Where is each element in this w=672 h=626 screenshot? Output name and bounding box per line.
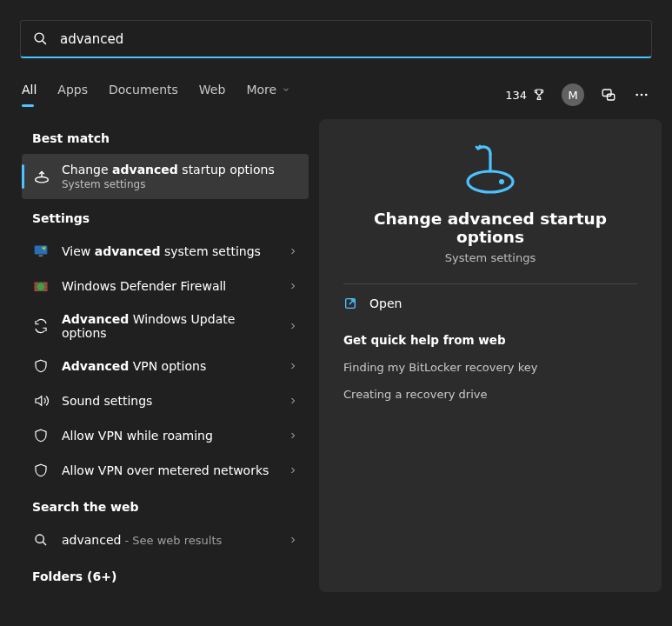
svg-point-20 bbox=[468, 171, 513, 192]
settings-result[interactable]: Windows Defender Firewall bbox=[22, 269, 309, 303]
sound-icon bbox=[32, 392, 50, 410]
firewall-icon bbox=[32, 277, 50, 295]
svg-point-0 bbox=[35, 33, 43, 42]
tab-documents[interactable]: Documents bbox=[109, 83, 178, 107]
svg-rect-9 bbox=[39, 256, 43, 257]
chevron-right-icon bbox=[288, 246, 298, 256]
startup-icon bbox=[32, 167, 51, 186]
chat-icon[interactable] bbox=[600, 86, 617, 103]
results-column: Best match Change advanced startup optio… bbox=[22, 119, 309, 592]
chevron-right-icon bbox=[288, 361, 298, 371]
settings-result[interactable]: Advanced Windows Update options bbox=[22, 303, 309, 349]
section-folders: Folders (6+) bbox=[32, 569, 309, 583]
preview-subtitle: System settings bbox=[445, 251, 536, 264]
chevron-right-icon bbox=[288, 465, 298, 476]
settings-result-label: View advanced system settings bbox=[62, 244, 276, 258]
open-label: Open bbox=[369, 296, 402, 310]
settings-result-label: Allow VPN over metered networks bbox=[62, 463, 276, 477]
quick-help-header: Get quick help from web bbox=[343, 333, 637, 347]
settings-result-label: Windows Defender Firewall bbox=[62, 279, 276, 293]
svg-point-7 bbox=[36, 176, 49, 182]
section-best-match: Best match bbox=[32, 131, 309, 145]
chevron-right-icon bbox=[288, 430, 298, 441]
svg-point-21 bbox=[499, 179, 504, 184]
chevron-right-icon bbox=[288, 321, 298, 331]
web-search-label: advanced - See web results bbox=[62, 533, 276, 547]
svg-line-1 bbox=[43, 41, 46, 44]
settings-result[interactable]: Allow VPN while roaming bbox=[22, 418, 309, 453]
svg-point-6 bbox=[645, 94, 648, 97]
startup-hero-icon bbox=[461, 142, 520, 196]
settings-result-label: Advanced Windows Update options bbox=[62, 312, 276, 340]
trophy-icon bbox=[532, 88, 546, 102]
shield-icon bbox=[32, 462, 50, 479]
chevron-right-icon bbox=[288, 535, 298, 545]
svg-point-17 bbox=[37, 283, 44, 290]
preview-pane: Change advanced startup options System s… bbox=[319, 119, 662, 592]
tab-all[interactable]: All bbox=[22, 83, 37, 107]
search-bar[interactable] bbox=[20, 20, 652, 58]
help-link[interactable]: Creating a recovery drive bbox=[343, 388, 637, 401]
chevron-right-icon bbox=[288, 396, 298, 406]
settings-result-label: Allow VPN while roaming bbox=[62, 429, 276, 443]
help-link[interactable]: Finding my BitLocker recovery key bbox=[343, 361, 637, 374]
best-match-subtitle: System settings bbox=[62, 178, 298, 190]
user-avatar[interactable]: M bbox=[562, 83, 584, 106]
svg-point-4 bbox=[635, 94, 638, 97]
rewards-points[interactable]: 134 bbox=[505, 88, 546, 102]
best-match-title: Change advanced startup options bbox=[62, 163, 298, 176]
best-match-result[interactable]: Change advanced startup options System s… bbox=[22, 154, 309, 199]
open-icon bbox=[343, 296, 357, 310]
settings-result-label: Sound settings bbox=[62, 394, 276, 408]
sync-icon bbox=[32, 317, 50, 335]
shield-icon bbox=[32, 357, 50, 375]
settings-result-label: Advanced VPN options bbox=[62, 359, 276, 373]
more-options-icon[interactable] bbox=[633, 86, 650, 103]
tab-web[interactable]: Web bbox=[199, 83, 226, 107]
monitor-icon bbox=[32, 243, 50, 260]
svg-point-18 bbox=[36, 535, 43, 543]
rewards-points-value: 134 bbox=[505, 89, 527, 102]
preview-title: Change advanced startup options bbox=[343, 210, 637, 246]
shield-icon bbox=[32, 427, 50, 444]
search-input[interactable] bbox=[60, 31, 639, 47]
web-search-result[interactable]: advanced - See web results bbox=[22, 523, 309, 557]
settings-result[interactable]: Sound settings bbox=[22, 383, 309, 418]
chevron-right-icon bbox=[288, 281, 298, 291]
svg-point-5 bbox=[641, 94, 643, 97]
tab-more-label: More bbox=[246, 83, 276, 97]
section-search-web: Search the web bbox=[32, 500, 309, 514]
open-action[interactable]: Open bbox=[343, 284, 637, 323]
search-icon bbox=[33, 31, 48, 46]
tab-apps[interactable]: Apps bbox=[57, 83, 88, 107]
filter-tab-row: All Apps Documents Web More 134 M bbox=[0, 79, 672, 110]
search-icon bbox=[32, 531, 50, 549]
settings-result[interactable]: Allow VPN over metered networks bbox=[22, 453, 309, 488]
svg-line-19 bbox=[43, 542, 46, 545]
tab-more[interactable]: More bbox=[246, 83, 290, 107]
chevron-down-icon bbox=[282, 85, 290, 94]
settings-result[interactable]: View advanced system settings bbox=[22, 234, 309, 269]
section-settings: Settings bbox=[32, 211, 309, 225]
settings-result[interactable]: Advanced VPN options bbox=[22, 349, 309, 383]
